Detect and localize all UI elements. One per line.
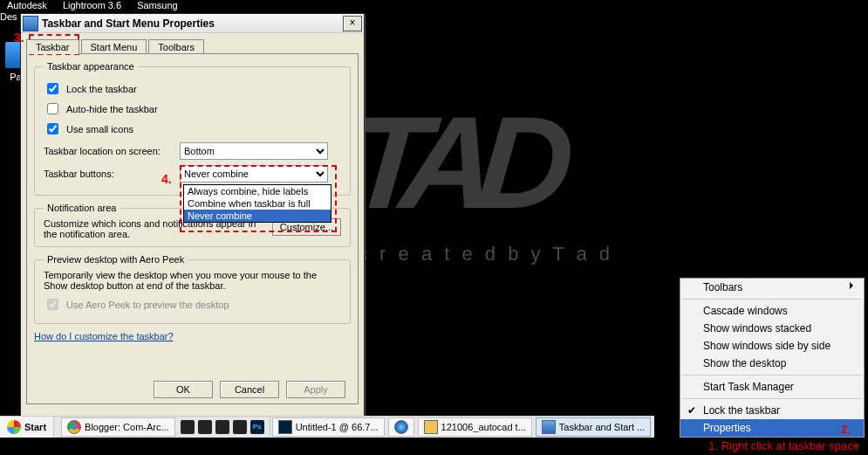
dialog-button-row: OK Cancel Apply: [154, 381, 345, 398]
menu-separator: [682, 398, 862, 399]
menu-item-label: Start Task Manager: [703, 381, 794, 393]
quick-launch-icon[interactable]: [181, 420, 195, 434]
tab-toolbars[interactable]: Toolbars: [148, 39, 204, 54]
watermark-sub: c r e a t e d b y T a d: [358, 243, 715, 265]
start-label: Start: [24, 422, 46, 432]
menu-separator: [682, 375, 862, 376]
quick-launch-icon[interactable]: [198, 420, 212, 434]
tab-start-menu[interactable]: Start Menu: [81, 39, 147, 54]
folder-icon: [424, 420, 438, 434]
menu-separator: [682, 299, 862, 300]
menu-item-label: Toolbars: [703, 281, 742, 293]
menu-item-sidebyside[interactable]: Show windows side by side: [680, 337, 864, 355]
lock-taskbar-checkbox[interactable]: [47, 83, 58, 94]
task-label: Taskbar and Start ...: [559, 422, 645, 432]
watermark-logo: TAD: [345, 127, 718, 199]
aero-peek-label: Use Aero Peek to preview the desktop: [66, 300, 229, 310]
peek-text: Temporarily view the desktop when you mo…: [44, 270, 341, 291]
aero-peek-checkbox: [47, 299, 58, 310]
menu-item-label: Cascade windows: [703, 305, 788, 317]
desktop-shortcut-row: Autodesk Lightroom 3.6 Samsung: [7, 0, 178, 10]
taskbar-buttons-select[interactable]: Never combine: [180, 165, 328, 183]
buttons-label: Taskbar buttons:: [44, 169, 174, 179]
aero-peek-group: Preview desktop with Aero Peek Temporari…: [34, 254, 351, 324]
quick-launch-icon[interactable]: [233, 420, 247, 434]
task-label: Untitled-1 @ 66.7...: [296, 422, 379, 432]
apply-button: Apply: [286, 381, 345, 398]
menu-item-stacked[interactable]: Show windows stacked: [680, 320, 864, 337]
help-link[interactable]: How do I customize the taskbar?: [34, 331, 174, 341]
menu-item-label: Lock the taskbar: [703, 404, 780, 417]
location-label: Taskbar location on screen:: [44, 146, 174, 156]
photoshop-icon[interactable]: Ps: [250, 420, 264, 434]
watermark: TAD c r e a t e d b y T a d: [349, 127, 715, 265]
cancel-button[interactable]: Cancel: [220, 381, 279, 398]
autohide-label: Auto-hide the taskbar: [66, 104, 158, 114]
desktop-shortcut[interactable]: Samsung: [137, 0, 177, 10]
menu-item-lock-taskbar[interactable]: ✔ Lock the taskbar: [680, 402, 864, 419]
submenu-arrow-icon: [850, 282, 857, 289]
menu-item-cascade[interactable]: Cascade windows: [680, 302, 864, 320]
small-icons-label: Use small icons: [66, 124, 133, 134]
itunes-icon: [394, 420, 408, 434]
taskbar-context-menu: Toolbars Cascade windows Show windows st…: [680, 278, 865, 438]
desktop-cropped-label: Des: [0, 11, 17, 22]
dropdown-option[interactable]: Combine when taskbar is full: [184, 197, 331, 210]
task-button[interactable]: 121006_autocad t...: [418, 417, 532, 437]
dropdown-option-selected[interactable]: Never combine: [184, 210, 331, 222]
small-icons-checkbox[interactable]: [47, 123, 58, 134]
system-icon: [23, 16, 38, 31]
tabs: Taskbar Start Menu Toolbars: [26, 38, 359, 53]
lock-taskbar-label: Lock the taskbar: [66, 84, 137, 94]
dialog-title: Taskbar and Start Menu Properties: [42, 17, 343, 30]
task-button[interactable]: [388, 417, 414, 437]
task-label: Blogger: Com-Arc...: [85, 422, 169, 432]
check-icon: ✔: [687, 404, 696, 417]
menu-item-label: Show windows stacked: [703, 322, 811, 334]
quick-launch-icon[interactable]: [215, 420, 229, 434]
menu-item-toolbars[interactable]: Toolbars: [680, 279, 864, 296]
menu-item-show-desktop[interactable]: Show the desktop: [680, 355, 864, 372]
ok-button[interactable]: OK: [154, 381, 213, 398]
start-button[interactable]: Start: [0, 417, 54, 438]
dialog-titlebar[interactable]: Taskbar and Start Menu Properties ×: [21, 14, 364, 33]
menu-item-label: Properties: [703, 422, 751, 434]
menu-item-label: Show the desktop: [703, 357, 786, 369]
dropdown-option[interactable]: Always combine, hide labels: [184, 185, 331, 197]
taskbar-location-select[interactable]: Bottom: [180, 142, 328, 160]
group-legend: Preview desktop with Aero Peek: [44, 254, 188, 265]
task-button[interactable]: Untitled-1 @ 66.7...: [272, 417, 385, 437]
task-button-active[interactable]: Taskbar and Start ...: [536, 417, 651, 437]
task-button[interactable]: Blogger: Com-Arc...: [61, 417, 175, 437]
properties-icon: [542, 420, 556, 434]
menu-item-properties[interactable]: Properties: [680, 419, 864, 437]
close-button[interactable]: ×: [343, 16, 362, 31]
annotation-step2: 2.: [841, 423, 851, 436]
desktop-shortcut[interactable]: Autodesk: [7, 0, 47, 10]
task-label: 121006_autocad t...: [441, 422, 526, 432]
menu-item-task-manager[interactable]: Start Task Manager: [680, 378, 864, 396]
group-legend: Notification area: [44, 203, 120, 213]
group-legend: Taskbar appearance: [44, 61, 138, 72]
ps-icon: [278, 420, 292, 434]
taskbar-buttons-dropdown-list[interactable]: Always combine, hide labels Combine when…: [183, 184, 331, 223]
annotation-step1: 1. Right click at taskbar space: [708, 439, 859, 452]
autohide-checkbox[interactable]: [47, 103, 58, 114]
tab-taskbar[interactable]: Taskbar: [26, 39, 79, 54]
chrome-icon: [67, 420, 81, 434]
quick-launch: Blogger: Com-Arc... Ps: [54, 417, 270, 438]
taskbar[interactable]: Start Blogger: Com-Arc... Ps Untitled-1 …: [0, 416, 654, 438]
windows-logo-icon: [7, 420, 21, 434]
menu-item-label: Show windows side by side: [703, 340, 830, 352]
taskbar-appearance-group: Taskbar appearance Lock the taskbar Auto…: [34, 61, 351, 196]
tab-page: Taskbar appearance Lock the taskbar Auto…: [26, 53, 359, 404]
desktop-shortcut[interactable]: Lightroom 3.6: [63, 0, 121, 10]
